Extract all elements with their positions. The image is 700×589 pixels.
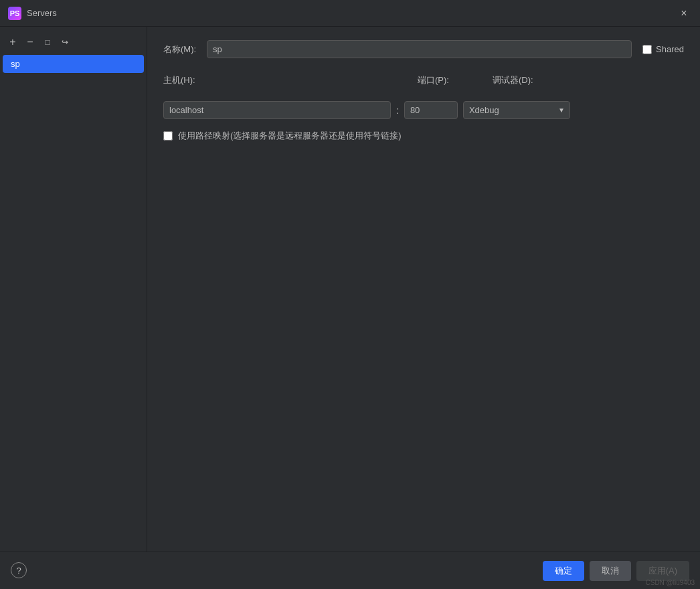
shared-label: Shared: [656, 44, 684, 54]
debugger-select[interactable]: Xdebug Zend Debugger: [463, 101, 570, 119]
port-label: 端口(P):: [418, 75, 449, 85]
host-label: 主机(H):: [163, 75, 195, 85]
title-bar: PS Servers ×: [0, 0, 700, 27]
add-server-button[interactable]: +: [5, 35, 20, 50]
cancel-button[interactable]: 取消: [590, 561, 631, 581]
name-section: 名称(M): Shared: [163, 40, 684, 58]
remove-server-button[interactable]: −: [23, 35, 37, 50]
watermark: CSDN @liu9403: [645, 579, 695, 586]
right-panel: 名称(M): Shared 主机(H): 端口(P):: [147, 27, 700, 552]
sidebar: + − □ ↪ sp: [0, 27, 147, 552]
sidebar-toolbar: + − □ ↪: [0, 32, 147, 52]
colon-separator: :: [396, 105, 399, 116]
path-mapping-label: 使用路径映射(选择服务器是远程服务器还是使用符号链接): [178, 130, 402, 142]
close-button[interactable]: ×: [676, 5, 692, 21]
server-item-sp[interactable]: sp: [3, 55, 144, 73]
path-mapping-row: 使用路径映射(选择服务器是远程服务器还是使用符号链接): [163, 130, 684, 142]
debugger-select-wrapper: Xdebug Zend Debugger ▼: [463, 101, 570, 119]
dialog-title: Servers: [27, 8, 676, 18]
debugger-label: 调试器(D):: [493, 75, 533, 85]
revert-server-button[interactable]: ↪: [58, 35, 72, 50]
help-button[interactable]: ?: [11, 562, 27, 578]
host-row: : Xdebug Zend Debugger ▼: [163, 101, 684, 119]
shared-checkbox[interactable]: [642, 45, 652, 54]
bottom-bar: 确定 取消 应用(A): [0, 552, 700, 589]
port-input[interactable]: [404, 101, 458, 119]
copy-server-button[interactable]: □: [40, 35, 55, 50]
host-input[interactable]: [163, 101, 391, 119]
confirm-button[interactable]: 确定: [543, 561, 584, 581]
shared-wrapper: Shared: [642, 44, 684, 54]
column-labels: 主机(H): 端口(P): 调试器(D):: [163, 74, 684, 86]
path-mapping-checkbox[interactable]: [163, 131, 173, 141]
name-input[interactable]: [207, 40, 632, 58]
app-logo: PS: [8, 7, 21, 20]
main-content: + − □ ↪ sp 名称(M): Shared 主机(H):: [0, 27, 700, 552]
name-label: 名称(M):: [163, 44, 196, 56]
dialog: PS Servers × + − □ ↪ sp 名称(M): Share: [0, 0, 700, 589]
apply-button[interactable]: 应用(A): [636, 561, 689, 581]
debugger-section: Xdebug Zend Debugger ▼: [463, 101, 570, 119]
